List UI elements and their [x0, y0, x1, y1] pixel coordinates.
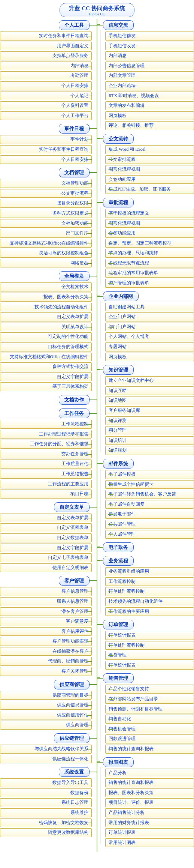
item-label: 电子邮件自动回复	[105, 500, 194, 509]
item-label: 实时任务和事件日程查询	[0, 32, 92, 41]
item: 供应商信息管理	[0, 701, 92, 710]
items: 自定义表单扩展自定义流程表单自定义数据表单自定义字段扩展自定义电子表格表单使用自…	[0, 514, 97, 572]
item-label: 多种方式协作交流	[0, 362, 92, 371]
item: 与供应商结为战略伙伴关系	[0, 745, 92, 754]
item-label: 客户信用评估	[0, 627, 92, 636]
item-label: 销售机会管理	[105, 725, 194, 734]
group-title: 报表图表	[103, 757, 134, 767]
item-label: 订单统计报表	[105, 631, 194, 640]
item: 订单统计报表	[105, 661, 194, 670]
item: 全文检索技术	[0, 282, 92, 291]
item: 订单处理流程控制	[105, 587, 194, 596]
item-label: 订单统计报表	[105, 661, 194, 670]
item: 个人网站、个人博客	[105, 332, 194, 341]
item-label: 个人日程安排	[0, 81, 92, 90]
connector	[97, 25, 103, 26]
item: 业务流程重组的应用	[105, 567, 194, 576]
group: 供应商管理供应商管理的目标供应商信息管理供应商信用评估供应商管理	[0, 680, 97, 730]
item-label: 工作总结报告	[0, 470, 92, 479]
item: 支持标准文档格式和Office在线编辑控件	[0, 353, 92, 362]
item-label: 内部消息	[0, 62, 92, 71]
item: 文档加密功能	[0, 219, 92, 228]
group: 信息交流手机短信群发手机短信收发内部消息内部公告信息管理内部文章管理企业内部论坛…	[97, 20, 194, 130]
group: 邮件系统电子邮件模板批量生成个性信函贺卡电子邮件转为销售机会、客户反馈电子邮件自…	[97, 459, 194, 539]
item: 常用的财务统计报表	[105, 818, 194, 827]
item: 订单统计报表	[105, 828, 194, 837]
item: 自定义字段扩展	[0, 372, 92, 381]
item-label: 实时任务和事件日程查询	[0, 145, 92, 154]
item: 个人邮件管理	[105, 530, 194, 539]
item: 会签功能应用	[105, 229, 194, 238]
item-label: 代理商、经销商管理	[0, 657, 92, 666]
item-label: 销售的统计查询和报表	[105, 745, 194, 754]
item-label: 销售自动化	[105, 715, 194, 724]
item-label: 供应商信息管理	[0, 701, 92, 710]
group-head: 报表图表	[97, 757, 194, 767]
item: 会签功能应用	[105, 175, 194, 184]
item-label: 知识评测	[105, 416, 194, 425]
item: 可定制的个性化功能	[0, 332, 92, 341]
item-label: 工作流程控制	[0, 420, 92, 429]
items: 自助创建网站工具企业门户网站部门门户网站个人网站、个人博客专题网站网页模板	[97, 303, 194, 362]
item-label: 内部消息	[105, 51, 194, 60]
connector	[90, 580, 97, 581]
group-title: 知识管理	[103, 365, 134, 375]
connector	[90, 276, 97, 276]
group-head: 文档管理	[0, 168, 97, 177]
item: 个人资料设置	[0, 101, 92, 110]
item-label: 集成 Word 和 Excel	[105, 145, 194, 154]
group-head: 信息交流	[97, 20, 194, 30]
item-label: 密码恢复、加密文档恢复	[0, 818, 92, 827]
item-label: 会签功能应用	[105, 229, 194, 238]
item-label: 积分管理	[105, 426, 194, 435]
item-label: 集成PDF生成、加密、证书服务	[105, 185, 194, 194]
group-title: 供应链管理	[54, 733, 90, 743]
item-label: 个人工作平台	[0, 111, 92, 120]
group: 电子政务	[97, 542, 194, 552]
item-label: 基于三层体系构架	[0, 382, 92, 391]
item-label: 评论、相关链接、推荐	[105, 121, 194, 130]
item: 回款跟进管理	[105, 734, 194, 743]
item: 销售机会管理	[105, 725, 194, 734]
item-label: 灵活可靠的权限控制组合	[0, 249, 92, 258]
item: 客户服务知识库	[105, 406, 194, 415]
group: 业务流程业务流程重组的应用工作流程控制订单处理流程控制技术领先的流程自动化组件工…	[97, 556, 194, 616]
item-label: 自定义数据表单	[0, 533, 92, 542]
item-label: 随意更改数据库结构	[0, 828, 92, 837]
item-label: 销售预测、计划和目标管理	[105, 705, 194, 714]
group-title: 订单管理	[103, 620, 134, 629]
item-label: 关联菜单设计	[0, 323, 92, 332]
item: 内部文章管理	[105, 71, 194, 80]
item-label: 自定义字段扩展	[0, 372, 92, 381]
item: 知识培训	[105, 436, 194, 445]
item: 数据导入导出工具	[0, 778, 92, 787]
items: 建立企业知识文档中心知识互助知识地图客户服务知识库知识评测积分管理知识培训知识规…	[97, 376, 194, 455]
item: 手机短信群发	[105, 32, 194, 41]
items: 客户信息管理联系人信息管理潜在客户管理客户满意度客户信用评估客户管理功能实现在线…	[0, 587, 97, 676]
item-label: 个人网站、个人博客	[105, 332, 194, 341]
item: 自定义电子表格表单	[0, 553, 92, 562]
item-label: 手机短信群发	[105, 32, 194, 41]
group-title: 信息交流	[103, 20, 134, 30]
item: 潜在客户管理	[0, 607, 92, 616]
item: 基于三层体系构架	[0, 382, 92, 391]
item: 用户界面自定义	[0, 42, 92, 51]
item: 供应链流程一体化	[0, 755, 92, 764]
group-head: 公文流转	[97, 134, 194, 144]
item: 节点的办理、只读和跳转	[105, 249, 194, 258]
item-label: 供应商信用评估	[0, 711, 92, 720]
item-label: 项目统计、评价、报表	[105, 798, 194, 807]
item-label: 报表、图表和分析决策	[0, 293, 92, 302]
item-label: 客户信息管理	[0, 587, 92, 596]
group-title: 企业内部网	[103, 291, 139, 301]
items: 与供应商结为战略伙伴关系供应链流程一体化	[0, 745, 97, 763]
item: 流程审批的常用审批表单	[105, 269, 194, 278]
item-label: 客户关怀管理	[0, 667, 92, 676]
group-title: 邮件系统	[103, 459, 134, 469]
connector	[90, 172, 97, 173]
item-label: 知识互助	[105, 386, 194, 395]
item: 内部消息	[0, 62, 92, 71]
item: 报表、图表和分析决策	[0, 293, 92, 302]
item-label: 公共邮件管理	[105, 520, 194, 529]
item: 知识地图	[105, 396, 194, 405]
